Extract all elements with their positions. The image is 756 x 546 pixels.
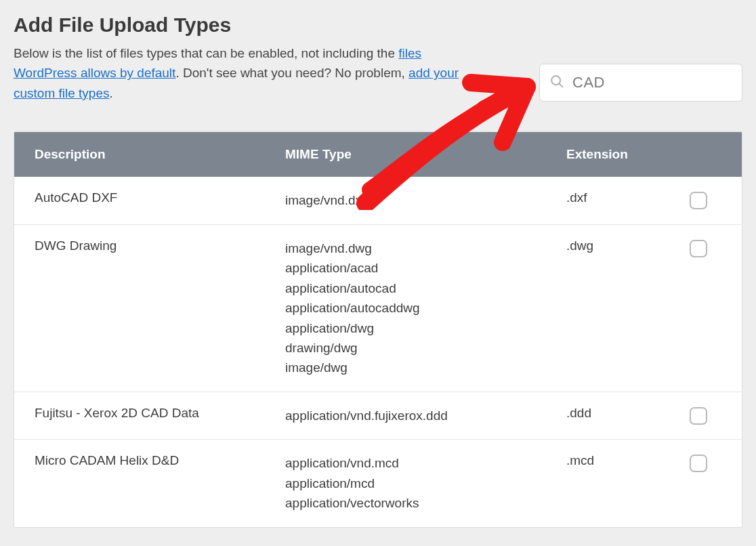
cell-mime: application/vnd.fujixerox.ddd (285, 406, 566, 425)
cell-mime: image/vnd.dwgapplication/acadapplication… (285, 238, 566, 378)
mime-value: application/vnd.mcd (285, 453, 566, 473)
col-header-extension: Extension (566, 147, 685, 162)
intro-segment: . (110, 86, 113, 100)
mime-value: application/autocad (285, 278, 566, 298)
mime-value: application/autocaddwg (285, 298, 566, 318)
col-header-description: Description (35, 147, 285, 162)
intro-segment: Below is the list of files types that ca… (14, 46, 398, 60)
intro-segment: . Don't see what you need? No problem, (175, 66, 408, 80)
search-box[interactable] (539, 64, 742, 102)
table-header: Description MIME Type Extension (14, 132, 742, 177)
intro-text: Below is the list of files types that ca… (14, 43, 474, 103)
svg-line-1 (559, 83, 562, 87)
mime-value: drawing/dwg (285, 338, 566, 358)
page-title: Add File Upload Types (14, 14, 742, 37)
enable-checkbox[interactable] (690, 240, 707, 257)
mime-value: image/vnd.dwg (285, 238, 566, 258)
cell-extension: .ddd (566, 406, 685, 421)
enable-checkbox[interactable] (690, 455, 707, 472)
enable-checkbox[interactable] (690, 192, 707, 209)
mime-value: application/vnd.fujixerox.ddd (285, 406, 566, 425)
mime-value: image/vnd.dxf (285, 190, 566, 210)
mime-value: application/vectorworks (285, 493, 566, 513)
cell-description: Fujitsu - Xerox 2D CAD Data (35, 406, 285, 421)
cell-extension: .dxf (566, 190, 685, 205)
cell-description: Micro CADAM Helix D&D (35, 453, 285, 468)
table-row: AutoCAD DXFimage/vnd.dxf.dxf (14, 177, 742, 224)
mime-value: application/dwg (285, 318, 566, 338)
enable-checkbox[interactable] (690, 407, 707, 425)
file-types-table: Description MIME Type Extension AutoCAD … (14, 131, 742, 527)
cell-mime: application/vnd.mcdapplication/mcdapplic… (285, 453, 566, 513)
table-row: Micro CADAM Helix D&Dapplication/vnd.mcd… (14, 439, 742, 526)
mime-value: application/mcd (285, 474, 566, 493)
cell-description: AutoCAD DXF (35, 190, 285, 205)
mime-value: application/acad (285, 258, 566, 278)
table-row: Fujitsu - Xerox 2D CAD Dataapplication/v… (14, 392, 742, 439)
cell-extension: .dwg (566, 238, 685, 253)
col-header-mime: MIME Type (285, 147, 566, 162)
cell-extension: .mcd (566, 453, 685, 468)
search-input[interactable] (572, 74, 732, 91)
cell-description: DWG Drawing (35, 238, 285, 253)
table-row: DWG Drawingimage/vnd.dwgapplication/acad… (14, 224, 742, 392)
cell-mime: image/vnd.dxf (285, 190, 566, 210)
mime-value: image/dwg (285, 358, 566, 377)
search-icon (549, 74, 572, 91)
